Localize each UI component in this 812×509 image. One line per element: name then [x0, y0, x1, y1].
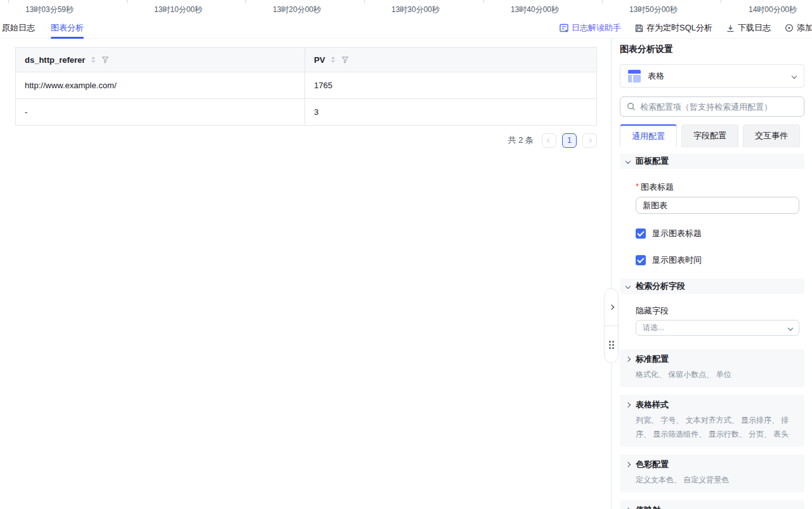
- required-mark: *: [636, 182, 639, 193]
- section-search-fields-header[interactable]: 检索分析字段: [620, 279, 804, 294]
- panel-drag-handle[interactable]: [605, 326, 618, 363]
- result-tabbar: 原始日志 图表分析 日志解读助手 存为定时SQL分析: [0, 18, 812, 39]
- table-row[interactable]: http://www.example.com/ 1765: [16, 72, 596, 98]
- section-subtitle: 定义文本色、 自定义背景色: [636, 473, 798, 487]
- tab-chart-analysis-label: 图表分析: [51, 23, 84, 32]
- save-scheduled-sql-button[interactable]: 存为定时SQL分析: [635, 22, 712, 34]
- pagination-total: 共 2 条: [508, 135, 534, 146]
- section-panel-config-header[interactable]: 面板配置: [620, 154, 804, 169]
- sort-icon[interactable]: [331, 56, 335, 63]
- chevron-down-icon: [792, 73, 797, 78]
- pagination: 共 2 条 1: [15, 133, 597, 148]
- time-axis-label: 13时03分59秒: [25, 4, 74, 15]
- time-axis-label: 13时40分00秒: [511, 4, 559, 15]
- section-table-style[interactable]: 表格样式 列宽、 字号、 文本对齐方式、 显示排序、 排序、 显示筛选组件、 显…: [620, 395, 804, 447]
- cell-referer: -: [16, 99, 305, 125]
- filter-icon[interactable]: [341, 56, 349, 63]
- pagination-prev-button[interactable]: [542, 133, 556, 148]
- time-tick: [246, 0, 246, 3]
- log-assistant-label: 日志解读助手: [572, 22, 621, 34]
- save-scheduled-sql-label: 存为定时SQL分析: [646, 22, 712, 34]
- drag-dots-icon: [609, 341, 611, 343]
- config-search-input[interactable]: [640, 102, 797, 112]
- field-label-text: 隐藏字段: [636, 305, 669, 317]
- hidden-field-select[interactable]: 请选...: [636, 320, 799, 336]
- active-tab-underline: [51, 37, 84, 39]
- toolbar: 日志解读助手 存为定时SQL分析 下载日志 添加到仪表盘: [560, 20, 812, 36]
- config-tabs: 通用配置 字段配置 交互事件: [620, 124, 804, 147]
- panel-collapse-button[interactable]: [605, 289, 618, 326]
- chevron-right-icon: [608, 305, 613, 310]
- chevron-right-icon: [587, 138, 592, 142]
- section-subtitle: 列宽、 字号、 文本对齐方式、 显示排序、 排序、 显示筛选组件、 显示行数、 …: [636, 413, 798, 441]
- section-subtitle: 格式化、 保留小数点、 单位: [636, 367, 798, 381]
- time-tick: [721, 0, 721, 3]
- section-title: 检索分析字段: [636, 281, 685, 292]
- chevron-right-icon: [625, 357, 631, 362]
- time-axis-label: 13时30分00秒: [391, 4, 440, 15]
- time-tick: [127, 0, 128, 3]
- download-logs-label: 下载日志: [738, 22, 771, 34]
- config-search-box: [620, 96, 804, 117]
- chart-title-input[interactable]: [636, 197, 799, 214]
- section-color-config[interactable]: 色彩配置 定义文本色、 自定义背景色: [620, 454, 804, 492]
- save-icon: [635, 24, 643, 32]
- tab-general-config[interactable]: 通用配置: [620, 124, 677, 147]
- section-standard-config[interactable]: 标准配置 格式化、 保留小数点、 单位: [620, 349, 804, 387]
- tab-chart-analysis[interactable]: 图表分析: [51, 22, 84, 34]
- chart-type-selected: 表格: [648, 70, 785, 82]
- sort-icon[interactable]: [91, 56, 95, 63]
- chevron-down-icon: [788, 325, 793, 330]
- download-logs-button[interactable]: 下载日志: [726, 22, 771, 34]
- pagination-page-1-button[interactable]: 1: [562, 133, 577, 148]
- analysis-result-table: ds_http_referer PV http://www.example.co…: [15, 47, 597, 126]
- cell-pv: 3: [305, 99, 596, 125]
- section-title: 标准配置: [636, 354, 669, 365]
- cell-referer: http://www.example.com/: [16, 72, 305, 98]
- time-tick: [483, 0, 484, 3]
- checkbox-label: 显示图表时间: [652, 255, 702, 266]
- chevron-right-icon: [625, 462, 631, 467]
- chevron-left-icon: [547, 138, 551, 142]
- section-title: 面板配置: [636, 155, 669, 167]
- chart-type-select[interactable]: 表格: [620, 64, 804, 88]
- table-header-row: ds_http_referer PV: [16, 48, 596, 72]
- section-title: 色彩配置: [636, 459, 669, 470]
- checkbox-checked-icon[interactable]: [636, 255, 646, 265]
- add-to-dashboard-button[interactable]: 添加到仪表盘: [785, 22, 812, 34]
- filter-icon[interactable]: [102, 56, 109, 63]
- chevron-down-icon: [625, 284, 631, 289]
- tab-raw-logs[interactable]: 原始日志: [2, 22, 35, 34]
- show-chart-title-checkbox-row[interactable]: 显示图表标题: [636, 228, 804, 239]
- time-tick: [602, 0, 603, 3]
- time-axis-label: 13时10分00秒: [154, 4, 202, 15]
- chart-settings-panel: 图表分析设置 表格 通用配置 字段配置 交互事件 面板配置 * 图表标题 显示图…: [612, 39, 812, 509]
- table-chart-icon: [628, 70, 641, 83]
- chart-title-field-label: * 图表标题: [636, 182, 804, 193]
- time-axis: 13时03分59秒 13时10分00秒 13时20分00秒 13时30分00秒 …: [0, 0, 812, 18]
- page-number: 1: [567, 136, 572, 145]
- tab-field-config[interactable]: 字段配置: [681, 124, 738, 147]
- pagination-next-button[interactable]: [582, 133, 597, 148]
- tab-interaction-events[interactable]: 交互事件: [743, 124, 800, 147]
- column-title: PV: [314, 55, 325, 65]
- time-axis-label: 13时20分00秒: [273, 4, 321, 15]
- chevron-down-icon: [625, 159, 631, 164]
- download-icon: [726, 24, 735, 32]
- section-value-mapping[interactable]: 值映射 值映射: [620, 500, 804, 509]
- time-tick: [364, 0, 365, 3]
- time-tick: [8, 0, 9, 3]
- hidden-field-label: 隐藏字段: [636, 305, 804, 317]
- checkbox-checked-icon[interactable]: [636, 228, 646, 239]
- section-title: 表格样式: [636, 399, 669, 411]
- log-assistant-button[interactable]: 日志解读助手: [560, 22, 621, 34]
- time-axis-label: 14时00分00秒: [749, 4, 797, 15]
- time-axis-label: 13时50分00秒: [629, 4, 678, 15]
- section-title: 值映射: [636, 505, 660, 509]
- table-row[interactable]: - 3: [16, 98, 596, 125]
- show-chart-time-checkbox-row[interactable]: 显示图表时间: [636, 255, 804, 266]
- settings-panel-title: 图表分析设置: [620, 44, 804, 55]
- panel-resize-handle: [604, 288, 619, 363]
- column-title: ds_http_referer: [25, 55, 85, 65]
- cell-pv: 1765: [305, 72, 596, 98]
